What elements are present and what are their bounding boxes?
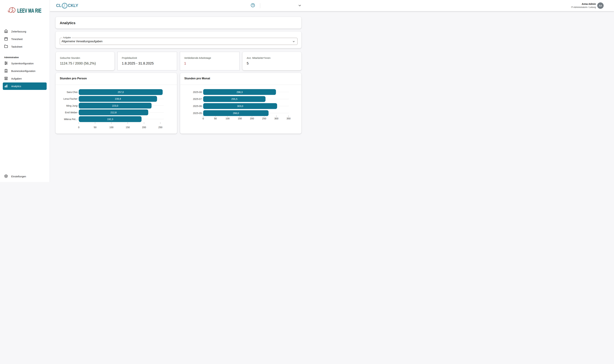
svg-text:192,3: 192,3 — [107, 118, 113, 121]
svg-text:150: 150 — [126, 126, 130, 129]
svg-text:268,0: 268,0 — [233, 112, 239, 115]
svg-text:255,5: 255,5 — [231, 98, 237, 100]
svg-text:Milena Pet...: Milena Pet... — [64, 118, 77, 121]
svg-text:300: 300 — [274, 117, 279, 120]
svg-text:298,3: 298,3 — [237, 91, 243, 93]
svg-text:100: 100 — [226, 117, 230, 120]
svg-text:200: 200 — [142, 126, 146, 129]
svg-text:50: 50 — [214, 117, 217, 120]
svg-text:303,0: 303,0 — [237, 105, 243, 107]
svg-text:200: 200 — [250, 117, 254, 120]
svg-text:Sara Choi: Sara Choi — [67, 91, 77, 93]
svg-text:2025-06: 2025-06 — [193, 105, 202, 107]
svg-text:50: 50 — [94, 126, 97, 129]
svg-text:2025-07: 2025-07 — [193, 98, 202, 100]
svg-text:100: 100 — [109, 126, 113, 129]
svg-text:0: 0 — [202, 117, 204, 120]
svg-text:Lena Fischer: Lena Fischer — [63, 97, 77, 100]
svg-text:350: 350 — [287, 117, 291, 120]
svg-text:239,8: 239,8 — [115, 97, 121, 100]
svg-text:2025-08: 2025-08 — [193, 91, 202, 93]
svg-text:2025-05: 2025-05 — [193, 112, 202, 115]
svg-text:223,0: 223,0 — [112, 104, 118, 107]
svg-text:150: 150 — [238, 117, 242, 120]
svg-text:257,0: 257,0 — [118, 91, 124, 93]
svg-text:Emil Weber: Emil Weber — [65, 111, 77, 114]
svg-text:212,8: 212,8 — [110, 111, 116, 114]
svg-text:0: 0 — [78, 126, 80, 129]
svg-text:250: 250 — [262, 117, 266, 120]
svg-text:Ming Jung: Ming Jung — [66, 104, 77, 107]
svg-text:250: 250 — [158, 126, 163, 129]
